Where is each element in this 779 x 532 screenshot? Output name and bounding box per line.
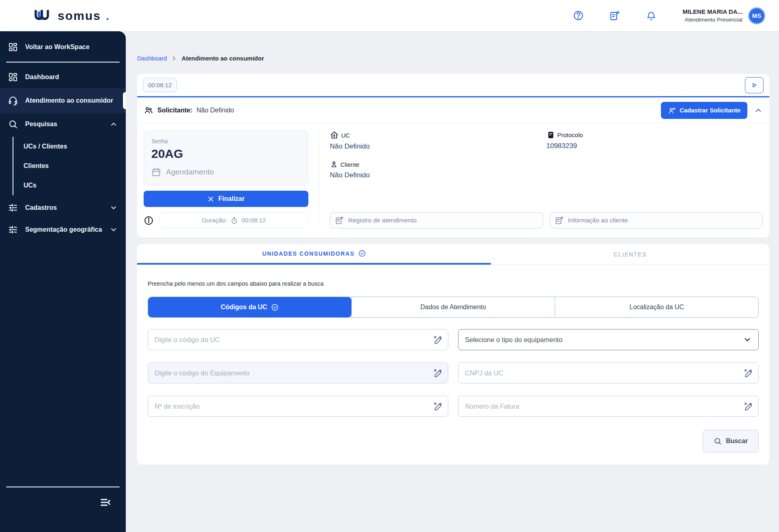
- sidebar-item-label: Voltar ao WorkSpace: [25, 43, 90, 51]
- topbar: somus . MILENE MARIA DA... Atendimento P…: [0, 0, 779, 31]
- notifications-button[interactable]: [646, 10, 657, 22]
- search-mode-segmented-control: Códigos da UC Dados de Atendimento Local…: [148, 297, 759, 318]
- protocolo-info: Protocolo 10983239: [547, 131, 763, 150]
- new-note-button[interactable]: [609, 10, 621, 22]
- senha-label: Senha: [151, 138, 301, 144]
- segment-dados-de-atendimento[interactable]: Dados de Atendimento: [351, 297, 555, 317]
- grid-icon: [8, 72, 18, 82]
- finalizar-label: Finalizar: [218, 195, 245, 202]
- sidebar-item-voltar-workspace[interactable]: Voltar ao WorkSpace: [0, 36, 126, 58]
- help-icon: [573, 10, 584, 21]
- sidebar-item-label: Pesquisas: [25, 121, 57, 128]
- avatar-initials: MS: [752, 12, 762, 19]
- solicitante-value: Não Definido: [196, 107, 234, 114]
- cadastrar-solicitante-button[interactable]: Cadastrar Solicitante: [661, 102, 747, 119]
- segment-codigos-da-uc[interactable]: Códigos da UC: [148, 297, 351, 317]
- tipo-equipamento-select[interactable]: Selecione o tipo do equipamento: [458, 329, 759, 350]
- tab-clientes[interactable]: CLIENTES: [491, 244, 769, 265]
- info-icon[interactable]: [144, 215, 154, 226]
- notes-actions-row: Registro de atendimento Informação ao cl…: [330, 212, 763, 228]
- search-icon: [714, 437, 722, 445]
- pesquisas-submenu: UCs / Clientes Clientes UCs: [13, 137, 126, 195]
- grid-icon: [8, 42, 18, 52]
- document-icon: [547, 131, 555, 139]
- note-add-icon: [335, 216, 344, 225]
- uc-info-column: UC Não Definido Cliente Não Defi: [330, 131, 763, 228]
- chevron-down-icon: [743, 335, 752, 344]
- house-bolt-icon: [330, 131, 339, 140]
- breadcrumb-dashboard-link[interactable]: Dashboard: [137, 55, 167, 62]
- somus-logo-mark-icon: [34, 10, 53, 22]
- people-icon: [144, 106, 153, 115]
- search-tabs: UNIDADES CONSUMIDORAS CLIENTES: [137, 244, 769, 265]
- help-button[interactable]: [573, 10, 584, 22]
- sidebar-item-segmentacao[interactable]: Segmentação geográfica: [0, 219, 126, 241]
- segment-label: Dados de Atendimento: [420, 304, 486, 311]
- tab-unidades-consumidoras[interactable]: UNIDADES CONSUMIDORAS: [137, 244, 491, 265]
- solicitante-row: Solicitante: Não Definido Cadastrar Soli…: [137, 97, 769, 123]
- play-button[interactable]: [745, 77, 764, 93]
- logo-dot: .: [106, 10, 109, 22]
- sidebar-item-dashboard[interactable]: Dashboard: [0, 66, 126, 88]
- cliente-value[interactable]: Não Definido: [330, 171, 547, 179]
- sidebar-item-label: Atendimento ao consumidor: [25, 97, 113, 104]
- sidebar-item-pesquisas[interactable]: Pesquisas: [0, 113, 126, 135]
- codigo-uc-input[interactable]: [148, 329, 448, 350]
- sidebar-footer: [0, 483, 126, 532]
- registro-atendimento-label: Registro de atendimento: [348, 217, 417, 224]
- check-circle-icon: [271, 304, 279, 311]
- buscar-button[interactable]: Buscar: [703, 430, 759, 452]
- segment-label: Localização da UC: [630, 304, 684, 311]
- collapse-section-button[interactable]: [754, 106, 763, 115]
- informacao-cliente-button[interactable]: Informação ao cliente: [550, 212, 763, 228]
- cliente-label: Cliente: [340, 161, 359, 168]
- inscricao-input[interactable]: [148, 396, 448, 417]
- attendance-body: Senha 20AG Agendamento Finalizar: [137, 123, 769, 237]
- segment-localizacao-da-uc[interactable]: Localização da UC: [555, 297, 758, 317]
- sidebar-subitem-label: UCs / Clientes: [24, 143, 67, 150]
- sidebar-subitem-ucs[interactable]: UCs: [13, 176, 126, 195]
- finalizar-button[interactable]: Finalizar: [144, 191, 308, 207]
- cadastrar-solicitante-label: Cadastrar Solicitante: [680, 107, 740, 114]
- somus-logo: somus .: [34, 10, 109, 22]
- sidebar-subitem-clientes[interactable]: Clientes: [13, 156, 126, 176]
- close-icon: [207, 196, 214, 202]
- sidebar-subitem-ucs-clientes[interactable]: UCs / Clientes: [13, 137, 126, 156]
- duracao-label: Duração:: [202, 217, 227, 224]
- buscar-label: Buscar: [726, 437, 748, 445]
- timer-bar: 00:08:12: [137, 74, 769, 97]
- person-add-icon: [668, 106, 676, 114]
- search-hint: Preencha pelo menos um dos campos abaixo…: [148, 280, 759, 287]
- tab-label: UNIDADES CONSUMIDORAS: [263, 250, 355, 257]
- timer-chip: 00:08:12: [143, 78, 177, 92]
- cnpj-input[interactable]: [458, 362, 759, 383]
- registro-atendimento-button[interactable]: Registro de atendimento: [330, 212, 543, 228]
- headset-icon: [8, 96, 18, 106]
- chevron-right-icon: [171, 55, 177, 62]
- user-name: MILENE MARIA DA...: [682, 8, 742, 16]
- solicitante-label: Solicitante:: [157, 107, 192, 114]
- duracao-row: Duração: 00:08:12: [144, 212, 308, 228]
- collapse-sidebar-button[interactable]: [100, 497, 111, 509]
- collapse-menu-icon: [100, 497, 111, 508]
- fatura-input[interactable]: [458, 396, 759, 417]
- codigo-equipamento-input[interactable]: [148, 362, 448, 383]
- codigo-equipamento-field-wrap: [148, 362, 448, 383]
- sidebar-subitem-label: Clientes: [24, 162, 49, 169]
- cnpj-field-wrap: [458, 362, 759, 383]
- inscricao-field-wrap: [148, 396, 448, 417]
- tipo-equipamento-placeholder: Selecione o tipo do equipamento: [465, 336, 562, 344]
- calendar-icon: [151, 167, 161, 177]
- chevron-up-icon: [754, 106, 763, 115]
- duracao-value: 00:08:12: [241, 217, 266, 224]
- attendance-card: Solicitante: Não Definido Cadastrar Soli…: [137, 97, 769, 237]
- sidebar-item-label: Dashboard: [25, 73, 59, 81]
- uc-value[interactable]: Não Definido: [330, 142, 547, 151]
- avatar[interactable]: MS: [748, 7, 765, 24]
- stopwatch-icon: [230, 217, 238, 224]
- main-content: Dashboard Atendimento ao consumidor 00:0…: [126, 31, 779, 465]
- sidebar-item-atendimento[interactable]: Atendimento ao consumidor: [0, 88, 126, 113]
- chevron-down-icon: [110, 226, 118, 234]
- sidebar-item-cadastros[interactable]: Cadastros: [0, 197, 126, 219]
- note-add-icon: [609, 10, 620, 21]
